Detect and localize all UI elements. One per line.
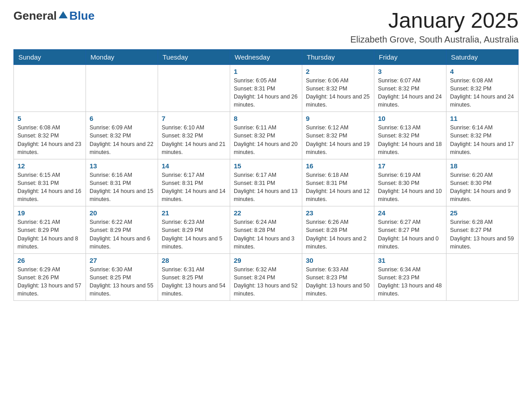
header: General Blue January 2025 Elizabeth Grov… (13, 9, 519, 45)
header-thursday: Thursday (302, 49, 374, 64)
day-number: 25 (450, 209, 515, 217)
logo: General Blue (13, 9, 94, 23)
header-saturday: Saturday (446, 49, 519, 64)
day-info: Sunrise: 6:30 AMSunset: 8:25 PMDaylight:… (90, 265, 154, 298)
week-row-0: 1Sunrise: 6:05 AMSunset: 8:31 PMDaylight… (14, 64, 519, 112)
calendar-cell: 10Sunrise: 6:13 AMSunset: 8:32 PMDayligh… (374, 112, 446, 159)
calendar-cell (14, 64, 86, 112)
calendar-cell: 25Sunrise: 6:28 AMSunset: 8:27 PMDayligh… (446, 206, 519, 254)
header-friday: Friday (374, 49, 446, 64)
day-info: Sunrise: 6:08 AMSunset: 8:32 PMDaylight:… (17, 124, 82, 156)
day-number: 22 (234, 209, 298, 217)
day-number: 12 (17, 162, 82, 170)
day-number: 7 (162, 115, 226, 122)
calendar-cell: 27Sunrise: 6:30 AMSunset: 8:25 PMDayligh… (86, 253, 158, 301)
day-info: Sunrise: 6:08 AMSunset: 8:32 PMDaylight:… (450, 77, 515, 109)
day-info: Sunrise: 6:16 AMSunset: 8:31 PMDaylight:… (90, 171, 154, 204)
day-info: Sunrise: 6:06 AMSunset: 8:32 PMDaylight:… (306, 77, 370, 109)
calendar-cell: 3Sunrise: 6:07 AMSunset: 8:32 PMDaylight… (374, 64, 446, 112)
calendar-cell: 19Sunrise: 6:21 AMSunset: 8:29 PMDayligh… (14, 206, 86, 254)
day-number: 24 (378, 209, 442, 217)
calendar-cell: 20Sunrise: 6:22 AMSunset: 8:29 PMDayligh… (86, 206, 158, 254)
calendar-cell: 18Sunrise: 6:20 AMSunset: 8:30 PMDayligh… (446, 159, 519, 206)
day-number: 5 (17, 115, 82, 122)
day-info: Sunrise: 6:20 AMSunset: 8:30 PMDaylight:… (450, 171, 515, 204)
day-info: Sunrise: 6:31 AMSunset: 8:25 PMDaylight:… (162, 265, 226, 298)
calendar-cell (86, 64, 158, 112)
day-info: Sunrise: 6:05 AMSunset: 8:31 PMDaylight:… (234, 77, 298, 109)
day-info: Sunrise: 6:19 AMSunset: 8:30 PMDaylight:… (378, 171, 442, 204)
day-info: Sunrise: 6:33 AMSunset: 8:23 PMDaylight:… (306, 265, 370, 298)
day-info: Sunrise: 6:34 AMSunset: 8:23 PMDaylight:… (378, 265, 442, 298)
day-number: 26 (17, 257, 82, 264)
calendar-cell: 1Sunrise: 6:05 AMSunset: 8:31 PMDaylight… (230, 64, 302, 112)
location-title: Elizabeth Grove, South Australia, Austra… (350, 34, 519, 45)
day-info: Sunrise: 6:32 AMSunset: 8:24 PMDaylight:… (234, 265, 298, 298)
day-number: 17 (378, 162, 442, 170)
calendar-cell: 11Sunrise: 6:14 AMSunset: 8:32 PMDayligh… (446, 112, 519, 159)
day-number: 21 (162, 209, 226, 217)
day-info: Sunrise: 6:15 AMSunset: 8:31 PMDaylight:… (17, 171, 82, 204)
day-number: 15 (234, 162, 298, 170)
day-number: 11 (450, 115, 515, 122)
day-number: 10 (378, 115, 442, 122)
day-info: Sunrise: 6:18 AMSunset: 8:31 PMDaylight:… (306, 171, 370, 204)
header-monday: Monday (86, 49, 158, 64)
calendar-cell: 16Sunrise: 6:18 AMSunset: 8:31 PMDayligh… (302, 159, 374, 206)
day-info: Sunrise: 6:13 AMSunset: 8:32 PMDaylight:… (378, 124, 442, 156)
day-number: 31 (378, 257, 442, 264)
header-wednesday: Wednesday (230, 49, 302, 64)
day-number: 27 (90, 257, 154, 264)
day-number: 8 (234, 115, 298, 122)
calendar-cell: 31Sunrise: 6:34 AMSunset: 8:23 PMDayligh… (374, 253, 446, 301)
week-row-2: 12Sunrise: 6:15 AMSunset: 8:31 PMDayligh… (14, 159, 519, 206)
logo-general: General (13, 9, 57, 23)
calendar-cell: 22Sunrise: 6:24 AMSunset: 8:28 PMDayligh… (230, 206, 302, 254)
calendar-cell: 30Sunrise: 6:33 AMSunset: 8:23 PMDayligh… (302, 253, 374, 301)
day-info: Sunrise: 6:28 AMSunset: 8:27 PMDaylight:… (450, 218, 515, 251)
month-title: January 2025 (350, 9, 519, 33)
calendar-cell: 6Sunrise: 6:09 AMSunset: 8:32 PMDaylight… (86, 112, 158, 159)
day-number: 23 (306, 209, 370, 217)
calendar-cell: 4Sunrise: 6:08 AMSunset: 8:32 PMDaylight… (446, 64, 519, 112)
day-info: Sunrise: 6:21 AMSunset: 8:29 PMDaylight:… (17, 218, 82, 251)
calendar-cell: 5Sunrise: 6:08 AMSunset: 8:32 PMDaylight… (14, 112, 86, 159)
header-sunday: Sunday (14, 49, 86, 64)
day-info: Sunrise: 6:17 AMSunset: 8:31 PMDaylight:… (234, 171, 298, 204)
calendar-cell: 29Sunrise: 6:32 AMSunset: 8:24 PMDayligh… (230, 253, 302, 301)
calendar-cell: 21Sunrise: 6:23 AMSunset: 8:29 PMDayligh… (158, 206, 230, 254)
calendar-cell: 24Sunrise: 6:27 AMSunset: 8:27 PMDayligh… (374, 206, 446, 254)
week-row-3: 19Sunrise: 6:21 AMSunset: 8:29 PMDayligh… (14, 206, 519, 254)
day-info: Sunrise: 6:24 AMSunset: 8:28 PMDaylight:… (234, 218, 298, 251)
day-info: Sunrise: 6:12 AMSunset: 8:32 PMDaylight:… (306, 124, 370, 156)
day-info: Sunrise: 6:29 AMSunset: 8:26 PMDaylight:… (17, 265, 82, 298)
day-info: Sunrise: 6:22 AMSunset: 8:29 PMDaylight:… (90, 218, 154, 251)
calendar-body: 1Sunrise: 6:05 AMSunset: 8:31 PMDaylight… (14, 64, 519, 301)
calendar-cell: 14Sunrise: 6:17 AMSunset: 8:31 PMDayligh… (158, 159, 230, 206)
day-number: 3 (378, 68, 442, 75)
week-row-1: 5Sunrise: 6:08 AMSunset: 8:32 PMDaylight… (14, 112, 519, 159)
day-info: Sunrise: 6:14 AMSunset: 8:32 PMDaylight:… (450, 124, 515, 156)
calendar-table: SundayMondayTuesdayWednesdayThursdayFrid… (13, 49, 519, 301)
header-tuesday: Tuesday (158, 49, 230, 64)
day-info: Sunrise: 6:26 AMSunset: 8:28 PMDaylight:… (306, 218, 370, 251)
calendar-header: SundayMondayTuesdayWednesdayThursdayFrid… (14, 49, 519, 64)
day-number: 4 (450, 68, 515, 75)
day-number: 18 (450, 162, 515, 170)
day-number: 16 (306, 162, 370, 170)
day-number: 29 (234, 257, 298, 264)
header-row: SundayMondayTuesdayWednesdayThursdayFrid… (14, 49, 519, 64)
day-number: 13 (90, 162, 154, 170)
day-number: 1 (234, 68, 298, 75)
calendar-cell: 23Sunrise: 6:26 AMSunset: 8:28 PMDayligh… (302, 206, 374, 254)
day-info: Sunrise: 6:27 AMSunset: 8:27 PMDaylight:… (378, 218, 442, 251)
day-info: Sunrise: 6:09 AMSunset: 8:32 PMDaylight:… (90, 124, 154, 156)
logo-blue: Blue (69, 9, 94, 23)
day-number: 9 (306, 115, 370, 122)
calendar-cell: 7Sunrise: 6:10 AMSunset: 8:32 PMDaylight… (158, 112, 230, 159)
title-area: January 2025 Elizabeth Grove, South Aust… (350, 9, 519, 45)
day-number: 19 (17, 209, 82, 217)
week-row-4: 26Sunrise: 6:29 AMSunset: 8:26 PMDayligh… (14, 253, 519, 301)
calendar-cell: 2Sunrise: 6:06 AMSunset: 8:32 PMDaylight… (302, 64, 374, 112)
calendar-cell: 13Sunrise: 6:16 AMSunset: 8:31 PMDayligh… (86, 159, 158, 206)
